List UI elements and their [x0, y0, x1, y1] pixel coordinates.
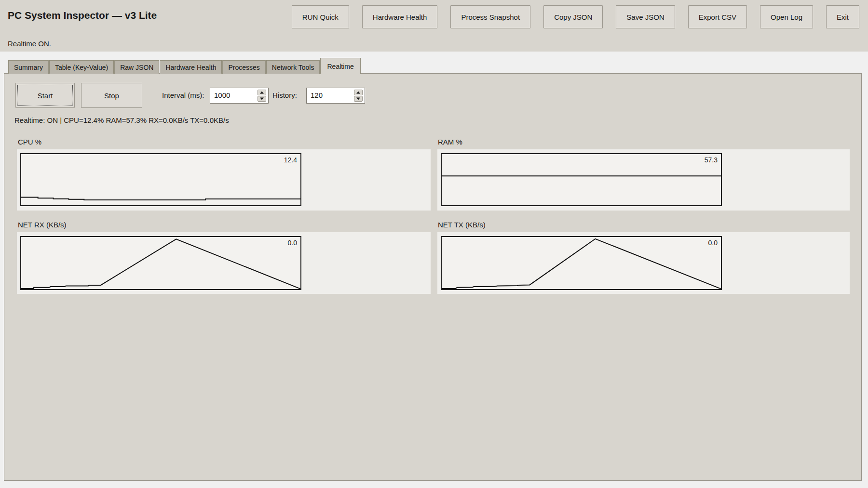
net-tx-line-chart	[442, 237, 721, 289]
history-spin-arrows	[354, 90, 363, 102]
cpu-chart-panel: 12.4	[17, 149, 431, 211]
history-value[interactable]: 120	[311, 91, 323, 99]
tab-realtime[interactable]: Realtime	[320, 58, 360, 74]
net-tx-chart-panel: 0.0	[437, 232, 850, 294]
cpu-chart-label: CPU %	[18, 138, 41, 146]
net-rx-line-chart	[21, 237, 300, 289]
interval-spinbox[interactable]: 1000	[210, 88, 269, 104]
open-log-button[interactable]: Open Log	[760, 5, 813, 28]
cpu-line-chart	[21, 154, 300, 205]
cpu-current-value: 12.4	[284, 156, 297, 164]
save-json-button[interactable]: Save JSON	[616, 5, 675, 28]
net-rx-chart-panel: 0.0	[17, 232, 431, 294]
notebook: Summary Table (Key-Value) Raw JSON Hardw…	[4, 57, 862, 480]
tab-raw-json[interactable]: Raw JSON	[114, 60, 159, 74]
hardware-health-button[interactable]: Hardware Health	[362, 5, 438, 28]
ram-line-chart	[442, 154, 721, 205]
tab-processes[interactable]: Processes	[222, 60, 265, 74]
spin-down-icon[interactable]	[354, 96, 363, 102]
tab-network-tools[interactable]: Network Tools	[266, 60, 320, 74]
spin-down-icon[interactable]	[258, 96, 266, 102]
export-csv-button[interactable]: Export CSV	[688, 5, 747, 28]
spin-up-icon[interactable]	[258, 90, 266, 95]
app-window: PC System Inspector — v3 Lite RUN Quick …	[0, 0, 868, 488]
stop-button[interactable]: Stop	[81, 83, 142, 108]
history-label: History:	[272, 91, 297, 99]
exit-button[interactable]: Exit	[826, 5, 859, 28]
net-rx-current-value: 0.0	[288, 239, 297, 247]
cpu-chart-canvas: 12.4	[20, 153, 301, 206]
process-snapshot-button[interactable]: Process Snapshot	[450, 5, 530, 28]
copy-json-button[interactable]: Copy JSON	[543, 5, 603, 28]
realtime-status-text: Realtime: ON | CPU=12.4% RAM=57.3% RX=0.…	[14, 116, 229, 124]
net-rx-chart-canvas: 0.0	[20, 236, 301, 290]
interval-label: Interval (ms):	[162, 91, 204, 99]
ram-chart-canvas: 57.3	[441, 153, 722, 206]
realtime-tab-pane: Start Stop Interval (ms): 1000 History: …	[4, 73, 862, 481]
start-button[interactable]: Start	[15, 83, 75, 108]
interval-spin-arrows	[258, 90, 266, 102]
net-tx-current-value: 0.0	[708, 239, 718, 247]
toolbar: RUN Quick Hardware Health Process Snapsh…	[292, 5, 859, 28]
header: PC System Inspector — v3 Lite RUN Quick …	[0, 0, 868, 52]
interval-value[interactable]: 1000	[214, 91, 230, 99]
net-tx-chart-label: NET TX (KB/s)	[438, 221, 486, 229]
ram-chart-panel: 57.3	[437, 149, 850, 211]
tab-hardware-health[interactable]: Hardware Health	[160, 60, 222, 74]
history-spinbox[interactable]: 120	[306, 88, 365, 104]
top-status-text: Realtime ON.	[8, 40, 51, 48]
tab-bar: Summary Table (Key-Value) Raw JSON Hardw…	[4, 57, 862, 74]
net-rx-chart-label: NET RX (KB/s)	[18, 221, 67, 229]
tab-summary[interactable]: Summary	[8, 60, 49, 74]
run-quick-button[interactable]: RUN Quick	[292, 5, 349, 28]
spin-up-icon[interactable]	[354, 90, 363, 95]
tab-table-key-value[interactable]: Table (Key-Value)	[49, 60, 114, 74]
app-title: PC System Inspector — v3 Lite	[8, 10, 157, 21]
net-tx-chart-canvas: 0.0	[441, 236, 722, 290]
ram-current-value: 57.3	[705, 156, 718, 164]
ram-chart-label: RAM %	[438, 138, 462, 146]
